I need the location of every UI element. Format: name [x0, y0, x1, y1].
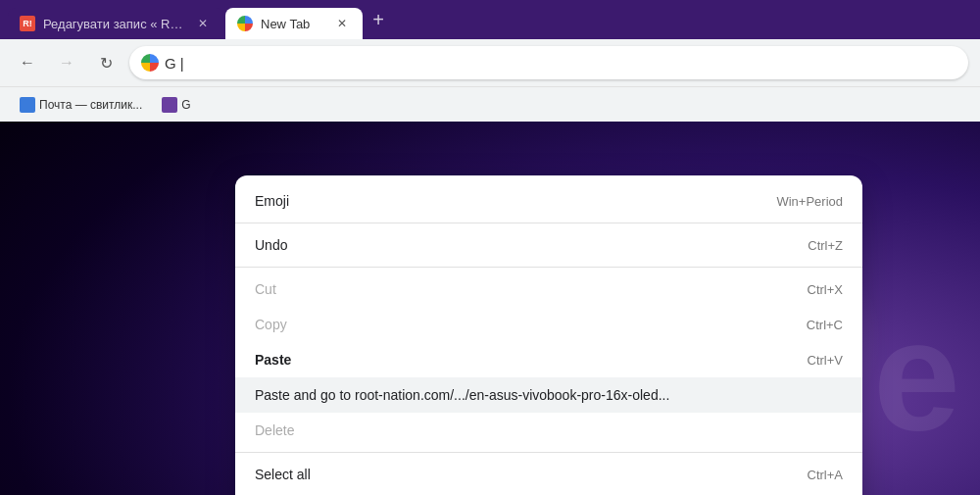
root-nation-favicon: R!	[20, 16, 35, 31]
menu-item-emoji[interactable]: Emoji Win+Period	[235, 183, 862, 219]
address-bar[interactable]: G |	[129, 46, 968, 79]
menu-divider-2	[235, 267, 862, 268]
bookmark-mail[interactable]: Почта — свитлик...	[12, 93, 150, 117]
menu-item-delete[interactable]: Delete	[235, 413, 862, 448]
bookmark-g-label: G	[181, 98, 190, 112]
tab-bar: R! Редагувати запис « Root Nation ✕ New …	[0, 0, 980, 39]
google-favicon-icon	[237, 16, 253, 31]
menu-divider-3	[235, 452, 862, 453]
menu-undo-label: Undo	[255, 237, 287, 253]
menu-select-all-label: Select all	[255, 467, 311, 482]
menu-copy-label: Copy	[255, 317, 287, 332]
main-content: Emoji Win+Period Undo Ctrl+Z Cut Ctrl+X …	[0, 122, 980, 495]
bookmark-mail-label: Почта — свитлик...	[39, 98, 142, 112]
menu-copy-shortcut: Ctrl+C	[807, 318, 843, 332]
menu-delete-label: Delete	[255, 422, 294, 438]
back-button[interactable]: ←	[12, 47, 43, 78]
bookmark-g-icon	[162, 97, 177, 113]
menu-item-paste-go[interactable]: Paste and go to root-nation.com/.../en-a…	[235, 377, 862, 413]
context-menu: Emoji Win+Period Undo Ctrl+Z Cut Ctrl+X …	[235, 175, 862, 495]
browser-chrome: R! Редагувати запис « Root Nation ✕ New …	[0, 0, 980, 495]
menu-divider-1	[235, 223, 862, 223]
menu-emoji-shortcut: Win+Period	[776, 194, 843, 209]
tab-new-tab-label: New Tab	[261, 17, 325, 31]
menu-item-paste[interactable]: Paste Ctrl+V	[235, 342, 862, 377]
bookmark-mail-icon	[20, 97, 35, 113]
tab-new-tab-close[interactable]: ✕	[333, 15, 351, 32]
new-tab-favicon	[237, 16, 253, 31]
nav-bar: ← → ↻ G |	[0, 39, 980, 86]
address-google-icon	[141, 54, 159, 72]
menu-item-copy[interactable]: Copy Ctrl+C	[235, 307, 862, 342]
menu-select-all-shortcut: Ctrl+A	[808, 468, 843, 482]
menu-paste-go-label: Paste and go to root-nation.com/.../en-a…	[255, 387, 669, 403]
tab-root-nation-close[interactable]: ✕	[194, 15, 212, 32]
reload-button[interactable]: ↻	[90, 47, 122, 78]
tab-root-nation[interactable]: R! Редагувати запис « Root Nation ✕	[8, 8, 223, 39]
menu-emoji-label: Emoji	[255, 193, 289, 209]
bookmark-g[interactable]: G	[154, 93, 198, 117]
forward-button[interactable]: →	[51, 47, 82, 78]
root-favicon-icon: R!	[20, 16, 35, 31]
menu-cut-shortcut: Ctrl+X	[808, 282, 843, 297]
tab-root-nation-label: Редагувати запис « Root Nation	[43, 17, 186, 31]
menu-item-undo[interactable]: Undo Ctrl+Z	[235, 227, 862, 263]
tab-new-tab[interactable]: New Tab ✕	[225, 8, 363, 39]
menu-undo-shortcut: Ctrl+Z	[808, 238, 843, 253]
new-tab-button[interactable]: +	[365, 6, 392, 33]
menu-item-select-all[interactable]: Select all Ctrl+A	[235, 457, 862, 492]
address-favicon-icon	[141, 54, 159, 72]
menu-cut-label: Cut	[255, 281, 276, 297]
address-text: G |	[165, 55, 956, 72]
menu-paste-shortcut: Ctrl+V	[808, 353, 843, 368]
menu-paste-label: Paste	[255, 352, 291, 368]
bookmarks-bar: Почта — свитлик... G	[0, 86, 980, 122]
menu-item-cut[interactable]: Cut Ctrl+X	[235, 272, 862, 307]
